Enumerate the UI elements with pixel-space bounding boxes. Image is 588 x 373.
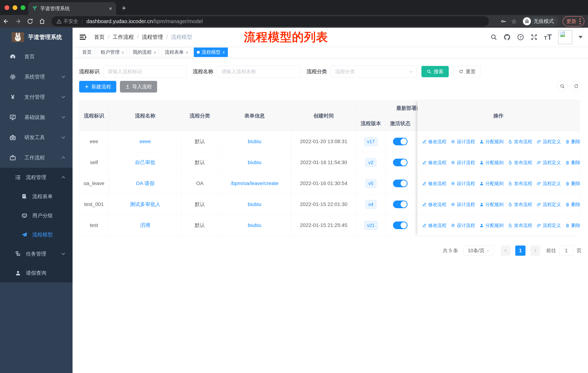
- current-page-button[interactable]: 1: [515, 245, 525, 256]
- sidebar-item-process-form[interactable]: 流程表单: [0, 187, 73, 206]
- window-controls[interactable]: [5, 5, 25, 10]
- sidebar-collapse-icon[interactable]: [79, 33, 87, 41]
- tag-process-model[interactable]: 流程模型x: [194, 48, 228, 57]
- form-link[interactable]: biubiu: [248, 202, 261, 207]
- security-warning[interactable]: 不安全: [56, 18, 78, 25]
- breadcrumb-workflow[interactable]: 工作流程: [113, 33, 134, 41]
- edit-process-link[interactable]: 修改流程: [422, 139, 446, 145]
- sidebar-item-process-model[interactable]: 流程模型: [0, 225, 73, 244]
- delete-link[interactable]: 删除: [565, 160, 580, 166]
- assign-rule-link[interactable]: 分配规则: [479, 160, 504, 166]
- github-icon[interactable]: [504, 33, 511, 41]
- tag-my-process[interactable]: 我的流程x: [130, 48, 159, 57]
- process-definition-link[interactable]: 流程定义: [537, 139, 561, 145]
- form-link[interactable]: biubiu: [248, 139, 261, 144]
- assign-rule-link[interactable]: 分配规则: [479, 139, 504, 145]
- next-page-button[interactable]: [530, 245, 540, 256]
- font-size-icon[interactable]: TT: [544, 33, 552, 41]
- active-toggle[interactable]: [393, 159, 408, 166]
- active-toggle[interactable]: [393, 201, 408, 208]
- browser-tab[interactable]: 芋道管理系统 ×: [28, 2, 116, 15]
- deploy-process-link[interactable]: 发布流程: [508, 181, 532, 186]
- close-icon[interactable]: x: [122, 50, 124, 55]
- sidebar-item-infra[interactable]: 基础设施: [0, 107, 73, 127]
- tag-home[interactable]: 首页: [79, 48, 95, 57]
- sidebar-item-system[interactable]: 系统管理: [0, 67, 73, 87]
- sidebar-item-task-mgmt[interactable]: 任务管理: [0, 244, 73, 263]
- breadcrumb-home[interactable]: 首页: [94, 33, 105, 41]
- key-icon[interactable]: [500, 18, 506, 24]
- process-id-input[interactable]: [103, 66, 187, 78]
- update-button[interactable]: 更新: [563, 16, 584, 26]
- close-icon[interactable]: x: [154, 50, 156, 55]
- process-name-link[interactable]: 滔博: [140, 222, 150, 229]
- breadcrumb-process-mgmt[interactable]: 流程管理: [142, 33, 163, 41]
- design-process-link[interactable]: 设计流程: [451, 202, 475, 207]
- url-text[interactable]: dashboard.yudao.iocoder.cn/bpm/manager/m…: [86, 18, 203, 24]
- browser-menu-icon[interactable]: [579, 18, 581, 24]
- deploy-process-link[interactable]: 发布流程: [508, 222, 532, 228]
- search-button[interactable]: 搜索: [421, 66, 449, 77]
- active-toggle[interactable]: [393, 222, 408, 229]
- refresh-button[interactable]: [571, 81, 581, 91]
- sidebar-item-home[interactable]: 首页: [0, 46, 73, 67]
- minimize-window-button[interactable]: [13, 5, 17, 10]
- search-icon[interactable]: [490, 34, 497, 40]
- tab-close-icon[interactable]: ×: [109, 5, 112, 12]
- edit-process-link[interactable]: 修改流程: [422, 222, 446, 228]
- edit-process-link[interactable]: 修改流程: [422, 181, 446, 186]
- process-definition-link[interactable]: 流程定义: [537, 222, 561, 228]
- deploy-process-link[interactable]: 发布流程: [508, 202, 532, 207]
- create-process-button[interactable]: 新建流程: [79, 81, 116, 92]
- sidebar-item-workflow[interactable]: 工作流程: [0, 148, 73, 168]
- new-tab-button[interactable]: +: [122, 4, 126, 12]
- edit-process-link[interactable]: 修改流程: [422, 202, 446, 207]
- app-logo[interactable]: 芋道管理系统: [0, 28, 73, 46]
- form-link[interactable]: biubiu: [248, 160, 261, 165]
- process-category-select[interactable]: 流程分类: [331, 66, 417, 78]
- active-toggle[interactable]: [393, 138, 408, 145]
- page-size-select[interactable]: 10条/页: [463, 245, 494, 256]
- close-icon[interactable]: x: [186, 50, 188, 55]
- sidebar-item-process-mgmt[interactable]: 流程管理: [0, 168, 73, 187]
- process-definition-link[interactable]: 流程定义: [537, 181, 561, 186]
- process-name-link[interactable]: 自己审批: [135, 159, 156, 166]
- caret-down-icon[interactable]: [578, 36, 583, 39]
- tag-process-form[interactable]: 流程表单x: [162, 48, 191, 57]
- assign-rule-link[interactable]: 分配规则: [479, 181, 504, 186]
- form-link[interactable]: biubiu: [248, 222, 261, 228]
- design-process-link[interactable]: 设计流程: [451, 222, 475, 228]
- import-process-button[interactable]: 导入流程: [120, 81, 157, 92]
- process-name-link[interactable]: OA 请假: [136, 180, 155, 187]
- delete-link[interactable]: 删除: [565, 222, 580, 228]
- assign-rule-link[interactable]: 分配规则: [479, 202, 504, 207]
- design-process-link[interactable]: 设计流程: [451, 160, 475, 166]
- form-link[interactable]: /bpm/oa/leave/create: [231, 181, 279, 186]
- edit-process-link[interactable]: 修改流程: [422, 160, 446, 166]
- avatar[interactable]: [558, 30, 572, 44]
- reload-icon[interactable]: [24, 18, 36, 25]
- goto-page-input[interactable]: [559, 245, 573, 256]
- tag-tenant[interactable]: 租户管理x: [97, 48, 127, 57]
- design-process-link[interactable]: 设计流程: [451, 181, 475, 186]
- sidebar-item-leave-query[interactable]: 请假查询: [0, 263, 73, 282]
- delete-link[interactable]: 删除: [565, 202, 580, 207]
- close-window-button[interactable]: [5, 5, 9, 10]
- delete-link[interactable]: 删除: [565, 139, 580, 145]
- sidebar-item-payment[interactable]: ¥ 支付管理: [0, 87, 73, 107]
- active-toggle[interactable]: [393, 180, 408, 187]
- sidebar-item-user-group[interactable]: 用户分组: [0, 206, 73, 225]
- home-icon[interactable]: [36, 18, 48, 25]
- maximize-window-button[interactable]: [21, 5, 25, 10]
- bookmark-star-icon[interactable]: ☆: [511, 18, 517, 25]
- close-icon[interactable]: x: [223, 50, 225, 55]
- assign-rule-link[interactable]: 分配规则: [479, 222, 504, 228]
- deploy-process-link[interactable]: 发布流程: [508, 160, 532, 166]
- process-definition-link[interactable]: 流程定义: [537, 160, 561, 166]
- deploy-process-link[interactable]: 发布流程: [508, 139, 532, 145]
- back-icon[interactable]: [0, 18, 12, 25]
- fullscreen-icon[interactable]: [530, 33, 538, 41]
- sidebar-item-devtools[interactable]: 研发工具: [0, 127, 73, 148]
- process-name-link[interactable]: 测试多审批人: [130, 201, 161, 208]
- process-name-input[interactable]: [217, 66, 300, 78]
